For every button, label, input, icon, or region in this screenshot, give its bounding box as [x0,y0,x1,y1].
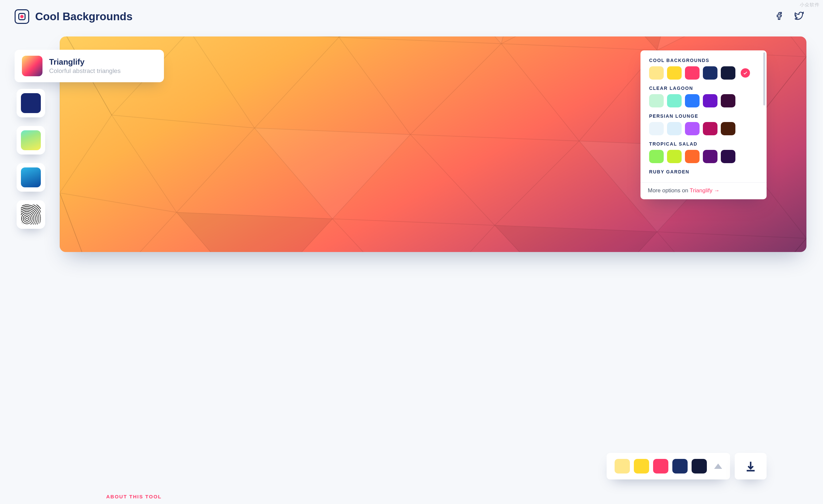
palette-tropical-salad[interactable]: TROPICAL SALAD [649,141,758,163]
watermark-text: 小众软件 [800,2,820,8]
color-swatch[interactable] [667,66,682,79]
tool-particles-thumb [21,93,41,113]
facebook-icon[interactable] [775,11,785,22]
palette-cool-backgrounds[interactable]: COOL BACKGROUNDS [649,58,758,79]
current-color-swatch[interactable] [672,459,688,474]
palette-ruby-garden[interactable]: RUBY GARDEN [649,169,758,175]
tool-topography[interactable] [17,163,45,192]
palette-panel-footer[interactable]: More options on Trianglify → [641,182,767,199]
current-palette-picker[interactable] [607,453,730,479]
color-swatch[interactable] [703,66,717,79]
current-color-swatch[interactable] [615,459,630,474]
trianglify-link[interactable]: Trianglify → [690,187,719,194]
selected-tool-name: Trianglify [49,57,121,67]
color-swatch[interactable] [721,94,735,107]
color-swatch[interactable] [721,122,735,135]
tool-switcher [17,89,45,229]
color-swatch[interactable] [649,94,664,107]
palette-title: CLEAR LAGOON [649,85,758,91]
color-swatch[interactable] [649,66,664,79]
logo-icon [15,9,29,24]
color-swatch[interactable] [685,94,699,107]
brand-title: Cool Backgrounds [35,10,132,23]
color-swatch[interactable] [667,122,682,135]
about-this-tool-link[interactable]: ABOUT THIS TOOL [106,494,162,499]
color-swatch[interactable] [703,94,717,107]
palette-scroll-area[interactable]: COOL BACKGROUNDSCLEAR LAGOONPERSIAN LOUN… [641,50,767,182]
palette-row [649,150,758,163]
color-swatch[interactable] [721,150,735,163]
palette-panel: COOL BACKGROUNDSCLEAR LAGOONPERSIAN LOUN… [641,50,767,199]
tool-gradient[interactable] [17,126,45,155]
color-swatch[interactable] [703,150,717,163]
panel-footer-prefix: More options on [648,187,690,194]
current-color-swatch[interactable] [653,459,668,474]
brand[interactable]: Cool Backgrounds [15,9,132,24]
social-links [775,11,804,22]
color-swatch[interactable] [685,122,699,135]
scrollbar-thumb[interactable] [763,52,765,105]
color-swatch[interactable] [649,122,664,135]
palette-row [649,122,758,135]
color-swatch[interactable] [667,150,682,163]
palette-row [649,66,758,79]
selected-check-icon [741,68,750,77]
download-icon [745,460,757,472]
color-swatch[interactable] [685,66,699,79]
selected-tool-thumb [22,56,42,76]
palette-persian-lounge[interactable]: PERSIAN LOUNGE [649,113,758,135]
tool-image-thumb [21,205,41,225]
palette-row [649,94,758,107]
tool-topography-thumb [21,168,41,187]
color-swatch[interactable] [667,94,682,107]
palette-title: PERSIAN LOUNGE [649,113,758,119]
selected-tool-card[interactable]: Trianglify Colorful abstract triangles [15,50,164,82]
palette-title: RUBY GARDEN [649,169,758,175]
download-button[interactable] [735,453,767,479]
color-swatch[interactable] [685,150,699,163]
collapse-arrow-icon[interactable] [714,464,722,469]
selected-tool-subtitle: Colorful abstract triangles [49,67,121,75]
color-swatch[interactable] [721,66,735,79]
palette-title: COOL BACKGROUNDS [649,58,758,63]
current-color-swatch[interactable] [692,459,707,474]
tool-gradient-thumb [21,130,41,150]
bottom-bar [607,453,767,479]
color-swatch[interactable] [703,122,717,135]
tool-image[interactable] [17,200,45,229]
color-swatch[interactable] [649,150,664,163]
header: Cool Backgrounds [0,0,823,27]
palette-title: TROPICAL SALAD [649,141,758,147]
tool-particles[interactable] [17,89,45,117]
palette-clear-lagoon[interactable]: CLEAR LAGOON [649,85,758,107]
current-color-swatch[interactable] [634,459,649,474]
twitter-icon[interactable] [795,11,804,22]
